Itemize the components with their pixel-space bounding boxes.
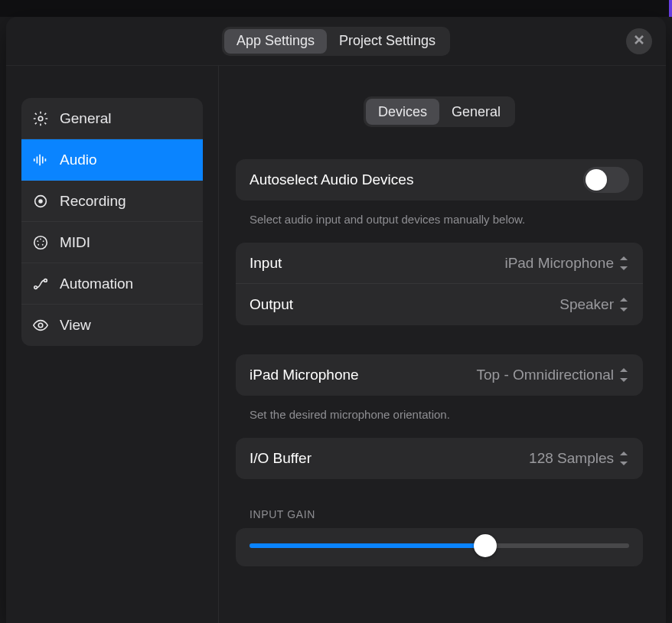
output-value[interactable]: Speaker bbox=[559, 296, 629, 313]
mic-value-text: Top - Omnidirectional bbox=[476, 367, 614, 383]
svg-point-2 bbox=[38, 199, 43, 204]
sidebar-item-label: Recording bbox=[60, 193, 126, 210]
svg-point-3 bbox=[34, 236, 47, 249]
sidebar-item-automation[interactable]: Automation bbox=[21, 263, 203, 305]
sidebar-item-view[interactable]: View bbox=[21, 305, 203, 346]
sub-tab-general[interactable]: General bbox=[439, 99, 513, 125]
header-segmented-control: App Settings Project Settings bbox=[222, 27, 450, 56]
sidebar-item-midi[interactable]: MIDI bbox=[21, 222, 203, 263]
gear-icon bbox=[32, 110, 49, 127]
svg-point-6 bbox=[40, 238, 41, 240]
svg-point-7 bbox=[38, 243, 39, 245]
sidebar-item-audio[interactable]: Audio bbox=[21, 139, 203, 181]
output-value-text: Speaker bbox=[559, 296, 614, 313]
svg-point-8 bbox=[42, 243, 44, 245]
settings-sidebar: General Audio Recording bbox=[6, 66, 219, 623]
chevron-updown-icon bbox=[618, 368, 629, 382]
autoselect-card: Autoselect Audio Devices bbox=[236, 159, 643, 201]
toggle-knob bbox=[586, 169, 607, 191]
autoselect-label: Autoselect Audio Devices bbox=[250, 171, 413, 188]
tab-app-settings[interactable]: App Settings bbox=[224, 29, 327, 54]
sidebar-item-general[interactable]: General bbox=[21, 98, 203, 139]
output-row[interactable]: Output Speaker bbox=[236, 284, 643, 325]
input-label: Input bbox=[250, 255, 282, 272]
app-backdrop bbox=[0, 0, 672, 17]
close-button[interactable] bbox=[626, 28, 652, 54]
gain-slider-fill bbox=[250, 543, 485, 548]
buffer-card: I/O Buffer 128 Samples bbox=[236, 438, 643, 479]
buffer-value[interactable]: 128 Samples bbox=[529, 450, 629, 467]
gain-slider-thumb[interactable] bbox=[474, 534, 497, 557]
sheet-header: App Settings Project Settings bbox=[6, 17, 666, 66]
sidebar-item-label: View bbox=[60, 317, 91, 334]
gain-caption: INPUT GAIN bbox=[236, 508, 643, 528]
gain-slider[interactable] bbox=[250, 543, 629, 548]
chevron-updown-icon bbox=[618, 298, 629, 312]
svg-point-0 bbox=[38, 116, 43, 121]
mic-help: Set the desired microphone orientation. bbox=[236, 403, 643, 438]
svg-point-10 bbox=[44, 279, 47, 282]
close-icon bbox=[633, 34, 645, 49]
record-icon bbox=[32, 193, 49, 210]
output-label: Output bbox=[250, 296, 293, 313]
buffer-value-text: 128 Samples bbox=[529, 450, 614, 467]
io-card: Input iPad Microphone Output Speaker bbox=[236, 243, 643, 325]
svg-point-4 bbox=[37, 240, 38, 242]
automation-curve-icon bbox=[32, 276, 49, 292]
autoselect-help: Select audio input and output devices ma… bbox=[236, 208, 643, 243]
eye-icon bbox=[32, 317, 49, 334]
sidebar-item-label: Automation bbox=[60, 276, 133, 292]
accent-stripe bbox=[669, 0, 672, 17]
gain-card bbox=[236, 528, 643, 566]
tab-project-settings[interactable]: Project Settings bbox=[327, 29, 448, 54]
autoselect-toggle[interactable] bbox=[583, 167, 629, 193]
mic-label: iPad Microphone bbox=[250, 367, 359, 383]
svg-point-11 bbox=[38, 323, 43, 328]
sub-segmented-control: Devices General bbox=[364, 96, 515, 127]
chevron-updown-icon bbox=[618, 452, 629, 465]
sidebar-item-label: MIDI bbox=[60, 234, 90, 251]
mic-row[interactable]: iPad Microphone Top - Omnidirectional bbox=[236, 354, 643, 396]
mic-value[interactable]: Top - Omnidirectional bbox=[476, 367, 629, 383]
waveform-icon bbox=[32, 152, 49, 168]
settings-sheet: App Settings Project Settings General bbox=[6, 17, 666, 623]
buffer-label: I/O Buffer bbox=[250, 450, 312, 467]
settings-main: Devices General Autoselect Audio Devices… bbox=[219, 66, 666, 623]
input-value[interactable]: iPad Microphone bbox=[504, 255, 629, 272]
svg-point-5 bbox=[43, 240, 44, 242]
sidebar-item-label: General bbox=[60, 110, 112, 127]
chevron-updown-icon bbox=[618, 256, 629, 270]
svg-point-9 bbox=[34, 285, 38, 289]
input-row[interactable]: Input iPad Microphone bbox=[236, 243, 643, 284]
input-value-text: iPad Microphone bbox=[504, 255, 614, 272]
buffer-row[interactable]: I/O Buffer 128 Samples bbox=[236, 438, 643, 479]
midi-icon bbox=[32, 234, 49, 251]
mic-card: iPad Microphone Top - Omnidirectional bbox=[236, 354, 643, 396]
sidebar-item-recording[interactable]: Recording bbox=[21, 181, 203, 222]
sidebar-list: General Audio Recording bbox=[21, 98, 203, 346]
sub-tab-devices[interactable]: Devices bbox=[366, 99, 439, 125]
sidebar-item-label: Audio bbox=[60, 152, 97, 168]
